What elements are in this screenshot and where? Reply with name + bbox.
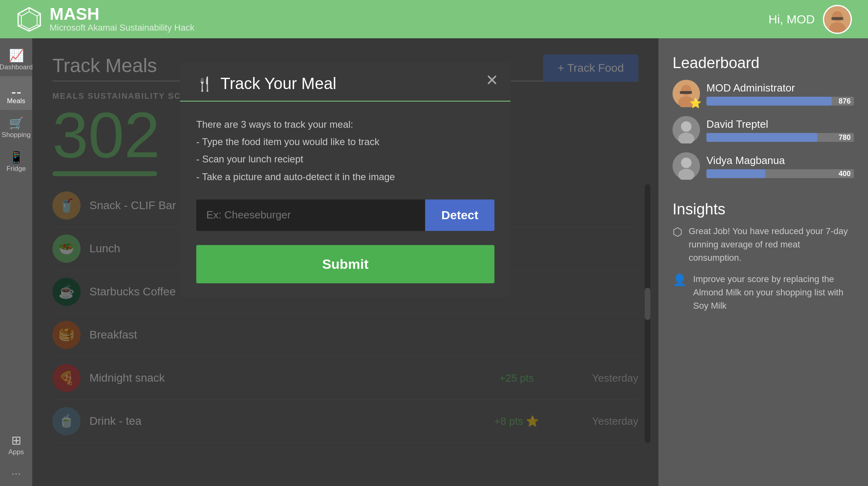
detect-button[interactable]: Detect <box>425 199 494 231</box>
leader-item: Vidya Magbanua 400 <box>673 152 854 180</box>
leader-item: David Treptel 780 <box>673 116 854 143</box>
leader-name: David Treptel <box>706 118 854 131</box>
insight-icon-2: 👤 <box>673 273 687 287</box>
modal-close-button[interactable]: ✕ <box>486 73 498 88</box>
leader-bar-wrap: 780 <box>706 133 854 142</box>
sidebar-label-fridge: Fridge <box>6 165 26 173</box>
header-title-block: MASH Microsoft Akamai Sustainability Hac… <box>50 6 194 33</box>
leader-bar <box>706 169 765 178</box>
leader-score: 780 <box>839 133 851 141</box>
header: MASH Microsoft Akamai Sustainability Hac… <box>0 0 868 38</box>
leader-bar-wrap: 876 <box>706 97 854 106</box>
svg-point-13 <box>681 85 691 96</box>
leader-score: 400 <box>839 169 851 178</box>
insight-item: 👤 Improve your score by replacing the Al… <box>673 272 854 312</box>
submit-button[interactable]: Submit <box>196 245 494 283</box>
sidebar-item-meals[interactable]: ⚋ Meals <box>0 76 32 110</box>
insights-title: Insights <box>673 201 854 218</box>
svg-marker-1 <box>21 12 37 29</box>
right-panel: Leaderboard ⭐ MOD Administrator <box>658 38 868 486</box>
svg-point-10 <box>829 22 845 34</box>
meals-icon: ⚋ <box>11 83 22 96</box>
leader-avatar <box>673 116 700 143</box>
sidebar-item-dashboard[interactable]: 📈 Dashboard <box>0 42 32 76</box>
modal-title-icon: 🍴 <box>196 76 213 92</box>
app-body: 📈 Dashboard ⚋ Meals 🛒 Shopping 📱 Fridge … <box>0 38 868 486</box>
modal-title: Track Your Meal <box>220 75 336 93</box>
food-search-input[interactable] <box>196 199 425 231</box>
apps-icon: ⊞ <box>11 434 21 447</box>
sidebar-label-shopping: Shopping <box>2 131 31 139</box>
leader-name: Vidya Magbanua <box>706 154 854 167</box>
sidebar-label-dashboard: Dashboard <box>0 63 33 71</box>
svg-rect-11 <box>831 17 843 20</box>
star-badge: ⭐ <box>689 98 702 109</box>
header-right: Hi, MOD <box>768 5 852 34</box>
sidebar-item-fridge[interactable]: 📱 Fridge <box>0 144 32 178</box>
leader-score: 876 <box>839 97 851 105</box>
track-meal-modal: 🍴 Track Your Meal ✕ There are 3 ways to … <box>180 62 511 297</box>
main-content: Track Meals MEALS SUSTAINABILITY SCORE 3… <box>32 38 658 486</box>
shopping-icon: 🛒 <box>9 117 24 129</box>
fridge-icon: 📱 <box>9 151 24 163</box>
avatar[interactable] <box>823 5 852 34</box>
sidebar-label-meals: Meals <box>7 97 25 105</box>
leaderboard-section: Leaderboard ⭐ MOD Administrator <box>673 54 854 189</box>
user-greeting: Hi, MOD <box>768 12 815 26</box>
modal-header: 🍴 Track Your Meal ✕ <box>180 62 511 102</box>
leader-bar <box>706 97 832 106</box>
insight-icon-1: ⬡ <box>673 225 682 239</box>
app-subtitle: Microsoft Akamai Sustainability Hack <box>50 23 194 33</box>
leader-bar <box>706 133 817 142</box>
sidebar: 📈 Dashboard ⚋ Meals 🛒 Shopping 📱 Fridge … <box>0 38 32 486</box>
sidebar-label-apps: Apps <box>8 448 24 456</box>
modal-input-row: Detect <box>196 199 494 231</box>
modal-body: There are 3 ways to track your meal: - T… <box>180 102 511 297</box>
more-options[interactable]: ··· <box>11 461 21 486</box>
modal-instructions: There are 3 ways to track your meal: - T… <box>196 116 494 185</box>
insight-text-1: Great Job! You have reduced your 7-day r… <box>689 224 854 264</box>
sidebar-item-apps[interactable]: ⊞ Apps <box>0 427 32 461</box>
insights-section: Insights ⬡ Great Job! You have reduced y… <box>673 201 854 320</box>
svg-rect-15 <box>680 91 692 94</box>
app-title: MASH <box>50 6 194 23</box>
leader-item: ⭐ MOD Administrator 876 <box>673 80 854 107</box>
svg-point-17 <box>681 121 691 132</box>
leaderboard-title: Leaderboard <box>673 54 854 72</box>
leader-avatar: ⭐ <box>673 80 700 107</box>
dashboard-icon: 📈 <box>9 50 24 62</box>
insight-text-2: Improve your score by replacing the Almo… <box>693 272 854 312</box>
sidebar-item-shopping[interactable]: 🛒 Shopping <box>0 110 32 144</box>
insight-item: ⬡ Great Job! You have reduced your 7-day… <box>673 224 854 264</box>
leader-info: Vidya Magbanua 400 <box>706 154 854 178</box>
mash-logo <box>16 6 42 32</box>
leader-name: MOD Administrator <box>706 82 854 94</box>
leader-info: David Treptel 780 <box>706 118 854 142</box>
leader-avatar <box>673 152 700 180</box>
leader-bar-wrap: 400 <box>706 169 854 178</box>
leader-info: MOD Administrator 876 <box>706 82 854 106</box>
modal-overlay: 🍴 Track Your Meal ✕ There are 3 ways to … <box>32 38 658 486</box>
svg-point-20 <box>681 158 691 168</box>
